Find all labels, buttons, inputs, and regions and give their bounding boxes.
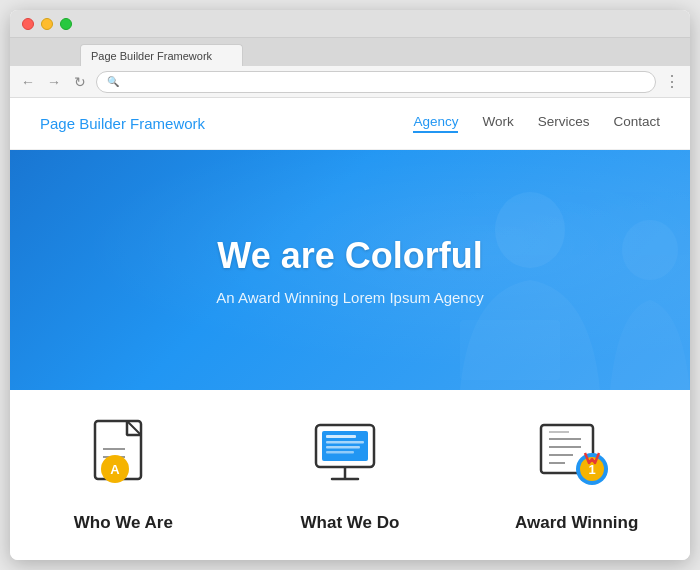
site-logo: Page Builder Framework: [40, 115, 205, 132]
nav-link-agency[interactable]: Agency: [413, 114, 458, 133]
hero-subtitle: An Award Winning Lorem Ipsum Agency: [216, 289, 483, 306]
feature-what-we-do: What We Do: [237, 397, 464, 553]
svg-rect-13: [326, 435, 356, 438]
browser-menu-button[interactable]: ⋮: [662, 72, 682, 92]
svg-rect-16: [326, 451, 354, 454]
svg-rect-2: [460, 320, 560, 380]
who-we-are-icon-wrap: A: [83, 417, 163, 497]
address-icon: 🔍: [107, 76, 119, 87]
back-icon: ←: [21, 74, 35, 90]
svg-text:A: A: [111, 462, 121, 477]
forward-button[interactable]: →: [44, 72, 64, 92]
titlebar: [10, 10, 690, 38]
svg-rect-14: [326, 441, 364, 444]
who-we-are-label: Who We Are: [74, 513, 173, 533]
close-button[interactable]: [22, 18, 34, 30]
features-section: A Who We Are: [10, 390, 690, 560]
website-content: Page Builder Framework Agency Work Servi…: [10, 98, 690, 560]
menu-icon: ⋮: [664, 72, 680, 91]
feature-who-we-are: A Who We Are: [10, 397, 237, 553]
award-winning-icon-wrap: 1: [537, 417, 617, 497]
svg-point-1: [622, 220, 678, 280]
forward-icon: →: [47, 74, 61, 90]
site-navigation: Page Builder Framework Agency Work Servi…: [10, 98, 690, 150]
what-we-do-label: What We Do: [301, 513, 400, 533]
minimize-button[interactable]: [41, 18, 53, 30]
hero-section: We are Colorful An Award Winning Lorem I…: [10, 150, 690, 390]
svg-text:1: 1: [588, 462, 595, 477]
document-icon: A: [87, 417, 159, 497]
nav-link-work[interactable]: Work: [482, 114, 513, 133]
monitor-icon: [310, 417, 390, 497]
svg-rect-15: [326, 446, 360, 449]
tab-bar: Page Builder Framework: [10, 38, 690, 66]
browser-window: Page Builder Framework ← → ↻ 🔍 ⋮: [10, 10, 690, 560]
feature-award-winning: 1 Award Winning: [463, 397, 690, 553]
address-bar[interactable]: 🔍: [96, 71, 656, 93]
reload-icon: ↻: [74, 74, 86, 90]
hero-content: We are Colorful An Award Winning Lorem I…: [216, 235, 483, 306]
hero-title: We are Colorful: [216, 235, 483, 277]
reload-button[interactable]: ↻: [70, 72, 90, 92]
award-winning-label: Award Winning: [515, 513, 638, 533]
what-we-do-icon-wrap: [310, 417, 390, 497]
tab-label: Page Builder Framework: [91, 50, 212, 62]
browser-chrome: Page Builder Framework ← → ↻ 🔍 ⋮: [10, 10, 690, 98]
svg-point-0: [495, 192, 565, 268]
browser-tab[interactable]: Page Builder Framework: [80, 44, 243, 66]
nav-links: Agency Work Services Contact: [413, 114, 660, 133]
maximize-button[interactable]: [60, 18, 72, 30]
nav-link-services[interactable]: Services: [538, 114, 590, 133]
back-button[interactable]: ←: [18, 72, 38, 92]
nav-link-contact[interactable]: Contact: [613, 114, 660, 133]
browser-toolbar: ← → ↻ 🔍 ⋮: [10, 66, 690, 98]
certificate-icon: 1: [537, 417, 617, 497]
